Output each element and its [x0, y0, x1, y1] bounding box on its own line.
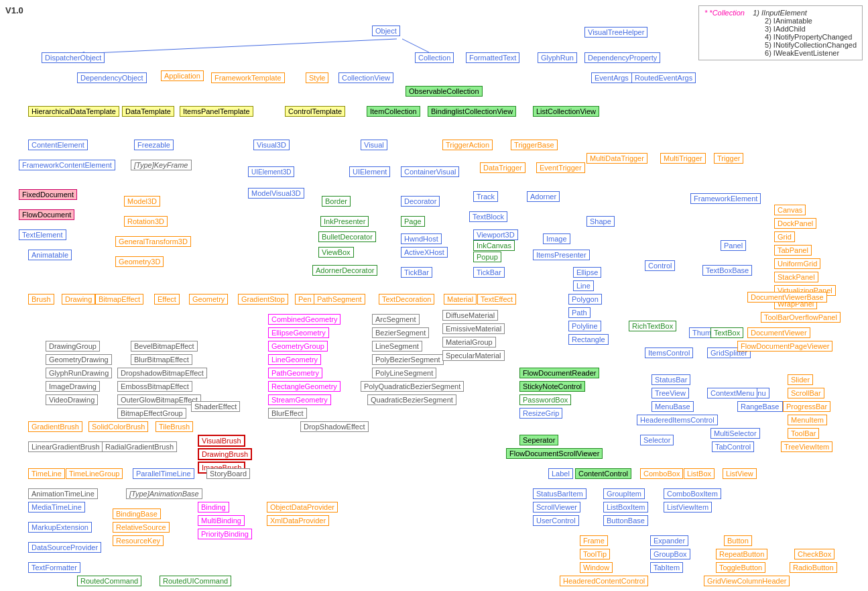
- node-flowdocument: FlowDocument: [19, 209, 74, 220]
- node-arcsegment: ArcSegment: [372, 314, 420, 325]
- diagram-container: V1.0 * *Collection 1) IInputElement 2) I…: [0, 0, 868, 591]
- node-datatemplate: DataTemplate: [122, 106, 174, 117]
- node-page: Page: [401, 216, 425, 227]
- node-treeview: TreeView: [652, 388, 689, 398]
- node-statusbaritem: StatusBarItem: [533, 488, 586, 499]
- node-materialgroup: MaterialGroup: [442, 337, 496, 347]
- node-uniformgrid: UniformGrid: [774, 258, 820, 269]
- node-combobox: ComboBox: [640, 468, 683, 479]
- node-itemspresenter: ItemsPresenter: [533, 250, 590, 260]
- node-bindingbase: BindingBase: [113, 508, 161, 519]
- node-richtextbox: RichTextBox: [629, 321, 676, 331]
- node-pathgeometry: PathGeometry: [268, 368, 322, 378]
- node-collectionview: CollectionView: [338, 72, 393, 83]
- node-radiobutton: RadioButton: [790, 562, 837, 573]
- node-collection: Collection: [415, 52, 454, 63]
- node-brush: Brush: [28, 294, 54, 305]
- node-containervisual: ContainerVisual: [401, 166, 459, 177]
- node-videodrawing: VideoDrawing: [46, 394, 98, 405]
- node-imagedrawing: ImageDrawing: [46, 381, 100, 392]
- svg-line-0: [80, 39, 397, 54]
- node-shadereffect: ShaderEffect: [191, 401, 240, 412]
- node-tooltip: ToolTip: [580, 549, 610, 559]
- node-bindinglistcollectionview: BindinglistCollectionView: [428, 106, 516, 117]
- node-eventtrigger: EventTrigger: [536, 162, 585, 173]
- node-tabpanel: TabPanel: [774, 245, 812, 256]
- node-bitmapeffectgroup: BitmapEffectGroup: [117, 408, 186, 419]
- node-path: Path: [568, 307, 591, 318]
- node-streamgeometry: StreamGeometry: [268, 394, 331, 405]
- node-inkcanvas: InkCanvas: [473, 240, 515, 251]
- node-embossbitmapeffect: EmbossBitmapEffect: [117, 381, 192, 392]
- node-window: Window: [580, 562, 613, 573]
- node-tabcontrol: TabControl: [712, 441, 754, 452]
- node-listview: ListView: [723, 468, 757, 479]
- node-frameworkelement: FrameworkElement: [690, 193, 761, 204]
- node-routeduicommand: RoutedUICommand: [160, 576, 231, 586]
- node-viewbox: ViewBox: [318, 247, 354, 258]
- node-hierarchicaldatatemplate: HierarchicalDataTemplate: [28, 106, 119, 117]
- node-glyphrun: GlyphRun: [538, 52, 577, 63]
- node-prioritybinding: PriorityBinding: [198, 529, 252, 539]
- node-listcollectionview: ListCollectionView: [533, 106, 599, 117]
- node-inkpresenter: InkPresenter: [320, 216, 369, 227]
- node-freezable: Freezable: [134, 140, 174, 150]
- node-flowdocumentpageviewer: FlowDocumentPageViewer: [737, 341, 832, 352]
- node-texteffect: TextEffect: [477, 294, 516, 305]
- node-statusbar: StatusBar: [652, 374, 690, 385]
- node-contextmenu: ContextMenu: [707, 388, 757, 398]
- node-bitmapeffect: BitmapEffect: [95, 294, 143, 305]
- node-button: Button: [724, 535, 752, 546]
- node-mediatimeline: MediaTimeLine: [28, 502, 85, 513]
- node-gridviewcolumnheader: GridViewColumnHeader: [704, 576, 790, 586]
- node-line: Line: [573, 280, 594, 291]
- node-grid: Grid: [774, 231, 795, 242]
- node-flowdocumentscrollviewer: FlowDocumentScrollViewer: [506, 448, 603, 459]
- node-pen: Pen: [295, 294, 315, 305]
- node-blurbitmapeffect: BlurBitmapEffect: [131, 354, 192, 365]
- node-progressbar: ProgressBar: [783, 401, 830, 412]
- node-menubase: MenuBase: [652, 401, 694, 412]
- node-outerglowbitmapeffect: OuterGlowBitmapEffect: [117, 394, 201, 405]
- node-shape: Shape: [586, 216, 615, 227]
- node-textboxbase: TextBoxBase: [702, 265, 752, 276]
- node-linegeometry: LineGeometry: [268, 354, 321, 365]
- legend-collection: * *Collection 1) IInputElement: [704, 9, 857, 17]
- node-frameworkcontentelement: FrameworkContentElement: [19, 160, 115, 170]
- node-frame: Frame: [580, 535, 608, 546]
- node-canvas: Canvas: [774, 205, 806, 215]
- node-style: Style: [306, 72, 328, 83]
- node-textformatter: TextFormatter: [28, 562, 80, 573]
- node-lineargradientbrush: LinearGradientBrush: [28, 441, 103, 452]
- version-label: V1.0: [5, 5, 23, 15]
- node-animatable: Animatable: [28, 250, 72, 260]
- node-itemcollection: ItemCollection: [367, 106, 420, 117]
- node-visual3d: Visual3D: [253, 140, 290, 150]
- node-polygon: Polygon: [568, 294, 602, 305]
- node-trigger: Trigger: [714, 153, 743, 164]
- node-ellipsegeometry: EllipseGeometry: [268, 327, 329, 338]
- node-linesegment: LineSegment: [372, 341, 422, 352]
- node-polybeziersegment: PolyBezierSegment: [372, 354, 444, 365]
- node-typeanimationbase: [Type]AnimationBase: [126, 488, 202, 499]
- node-headereditemscontrol: HeaderedItemsControl: [637, 415, 718, 425]
- node-material: Material: [444, 294, 477, 305]
- node-control: Control: [645, 260, 675, 271]
- node-multidatatrigger: MultiDataTrigger: [586, 153, 647, 164]
- node-routedeventargs: RoutedEventArgs: [631, 72, 696, 83]
- node-visualbrush: VisualBrush: [198, 435, 245, 447]
- node-groupbox: GroupBox: [650, 549, 690, 559]
- node-solidcolorbrush: SolidColorBrush: [88, 421, 148, 432]
- node-pathsegment: PathSegment: [314, 294, 365, 305]
- node-slider: Slider: [788, 374, 813, 385]
- legend-2: 2) IAnimatable: [765, 17, 857, 25]
- node-beziersegment: BezierSegment: [372, 327, 429, 338]
- node-geometrydrawing: GeometryDrawing: [46, 354, 112, 365]
- node-documentviewer: DocumentViewer: [747, 327, 810, 338]
- node-bulletdecorator: BulletDecorator: [318, 231, 376, 242]
- node-comboboxitem: ComboBoxItem: [664, 488, 721, 499]
- node-resizegrip: ResizeGrip: [519, 408, 562, 419]
- node-viewport3d: Viewport3D: [473, 229, 518, 240]
- node-groupitem: GroupItem: [603, 488, 645, 499]
- node-tabitem: TabItem: [650, 562, 683, 573]
